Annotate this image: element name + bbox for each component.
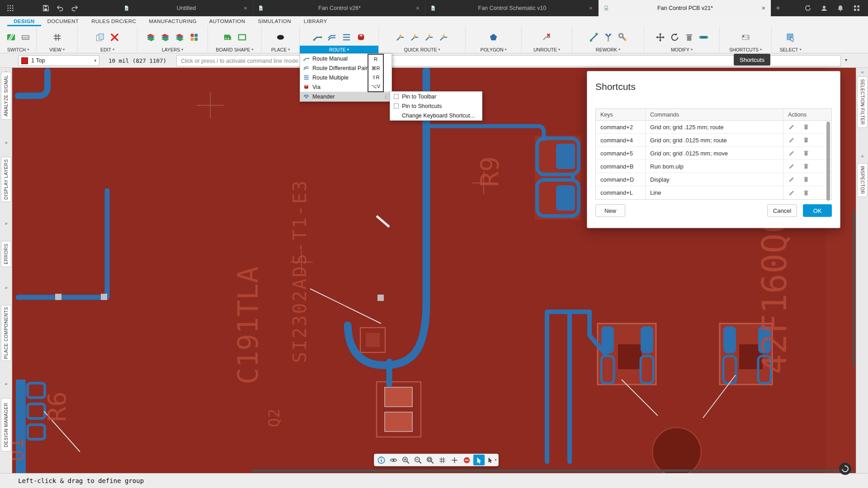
checkbox[interactable] bbox=[394, 103, 399, 108]
align-icon[interactable] bbox=[698, 31, 709, 43]
move-icon[interactable] bbox=[654, 31, 666, 43]
rework-menu-button[interactable]: REWORK▾ bbox=[572, 46, 644, 53]
panel-tab-display-layers[interactable]: DISPLAY LAYERS bbox=[1, 157, 11, 202]
via-icon[interactable] bbox=[355, 31, 367, 43]
ok-button[interactable]: OK bbox=[803, 204, 832, 217]
rework-line-icon[interactable] bbox=[588, 31, 599, 43]
close-icon[interactable]: × bbox=[761, 5, 766, 12]
delete-trash-icon[interactable] bbox=[802, 176, 810, 183]
close-icon[interactable]: × bbox=[415, 5, 420, 12]
panel-tab-design-manager[interactable]: DESIGN MANAGER bbox=[1, 398, 11, 451]
edit-pencil-icon[interactable] bbox=[788, 136, 795, 144]
delete-trash-icon[interactable] bbox=[802, 150, 810, 157]
document-tab[interactable]: Fan Control Schematic v10 × bbox=[425, 0, 599, 16]
panel-expand-icon[interactable]: » bbox=[1, 220, 11, 227]
shortcuts-keyboard-icon[interactable] bbox=[740, 31, 751, 43]
menu-document[interactable]: DOCUMENT bbox=[41, 16, 85, 26]
menu-library[interactable]: LIBRARY bbox=[297, 16, 334, 26]
edit-pencil-icon[interactable] bbox=[788, 123, 795, 131]
quick-route-icon[interactable] bbox=[409, 31, 421, 43]
switch-icon[interactable] bbox=[5, 31, 17, 43]
shortcuts-menu-button[interactable]: SHORTCUTS▾ bbox=[720, 46, 771, 53]
view-menu-button[interactable]: VIEW▾ bbox=[37, 46, 77, 53]
board-shape-menu-button[interactable]: BOARD SHAPE▾ bbox=[208, 46, 261, 53]
menu-simulation[interactable]: SIMULATION bbox=[251, 16, 297, 26]
panel-expand-icon[interactable]: » bbox=[1, 139, 11, 146]
rotate-icon[interactable] bbox=[669, 31, 680, 43]
delete-icon[interactable] bbox=[109, 31, 121, 43]
edit-pencil-icon[interactable] bbox=[788, 163, 795, 170]
menu-rules-drc-erc[interactable]: RULES DRC/ERC bbox=[85, 16, 142, 26]
document-tab-active[interactable]: Fan Control PCB v21* × bbox=[599, 0, 771, 16]
delete-trash-icon[interactable] bbox=[802, 163, 810, 170]
delete-trash-icon[interactable] bbox=[802, 189, 810, 197]
sync-icon[interactable] bbox=[803, 3, 813, 13]
app-grid-icon[interactable] bbox=[5, 3, 15, 13]
undo-icon[interactable] bbox=[55, 3, 65, 13]
unroute-icon[interactable] bbox=[541, 31, 553, 43]
route-differential-icon[interactable] bbox=[326, 31, 338, 43]
polygon-icon[interactable] bbox=[488, 31, 500, 43]
crosshair-icon[interactable] bbox=[449, 455, 460, 465]
menu-design[interactable]: DESIGN bbox=[7, 16, 41, 26]
account-icon[interactable] bbox=[819, 3, 829, 13]
panel-tab-errors[interactable]: ERRORS bbox=[1, 241, 11, 267]
fanout-icon[interactable] bbox=[602, 31, 614, 43]
layers-menu-button[interactable]: LAYERS▾ bbox=[137, 46, 208, 53]
keyboard-icon[interactable] bbox=[19, 31, 31, 43]
quick-route-menu-button[interactable]: QUICK ROUTE▾ bbox=[379, 46, 465, 53]
menu-automation[interactable]: AUTOMATION bbox=[203, 16, 252, 26]
polygon-menu-button[interactable]: POLYGON▾ bbox=[466, 46, 521, 53]
select-icon[interactable] bbox=[785, 31, 797, 43]
document-tab[interactable]: Untitled × bbox=[119, 0, 253, 16]
delete-trash-icon[interactable] bbox=[802, 123, 810, 131]
zoom-out-icon[interactable] bbox=[412, 455, 424, 465]
panel-tab-inspector[interactable]: INSPECTOR bbox=[857, 163, 868, 197]
save-icon[interactable] bbox=[41, 3, 51, 13]
panel-expand-icon[interactable]: » bbox=[1, 380, 11, 387]
place-menu-button[interactable]: PLACE▾ bbox=[262, 46, 299, 53]
grid-icon[interactable] bbox=[51, 31, 63, 43]
document-tab[interactable]: Fan Control v26* × bbox=[253, 0, 425, 16]
grid-settings-icon[interactable] bbox=[437, 455, 448, 465]
more-options-icon[interactable]: ⋮ bbox=[383, 93, 389, 100]
group-select-icon[interactable]: ▾ bbox=[486, 455, 497, 465]
panel-tab-analyze-signal[interactable]: ANALYZE SIGNAL bbox=[1, 72, 11, 120]
panel-expand-icon[interactable]: « bbox=[857, 152, 868, 160]
select-cursor-icon[interactable] bbox=[473, 455, 485, 465]
submenu-item-pin-to-shortcuts[interactable]: Pin to Shortcuts bbox=[390, 101, 482, 111]
route-multiple-icon[interactable] bbox=[340, 31, 352, 43]
visibility-eye-icon[interactable] bbox=[388, 455, 399, 465]
submenu-item-pin-to-toolbar[interactable]: Pin to Toolbar bbox=[390, 92, 482, 101]
submenu-item-change-keyboard-shortcut[interactable]: Change Keyboard Shortcut... bbox=[390, 111, 482, 120]
board-outline-icon[interactable] bbox=[236, 31, 248, 43]
modify-menu-button[interactable]: MODIFY▾ bbox=[644, 46, 719, 53]
new-tab-button[interactable]: + bbox=[771, 0, 785, 16]
edit-menu-button[interactable]: EDIT▾ bbox=[78, 46, 137, 53]
select-menu-button[interactable]: SELECT▾ bbox=[772, 46, 809, 53]
quick-route-icon[interactable] bbox=[424, 31, 435, 43]
wrench-icon[interactable] bbox=[617, 31, 628, 43]
switch-menu-button[interactable]: SWITCH▾ bbox=[0, 46, 36, 53]
info-icon[interactable] bbox=[376, 455, 387, 465]
layer-stack-icon[interactable] bbox=[160, 31, 171, 43]
notifications-bell-icon[interactable] bbox=[835, 3, 845, 13]
edit-pencil-icon[interactable] bbox=[788, 189, 795, 197]
pad-icon[interactable] bbox=[275, 31, 287, 43]
panel-tab-selection-filter[interactable]: SELECTION FILTER bbox=[857, 76, 868, 128]
layer-stack-icon[interactable] bbox=[174, 31, 186, 43]
board-shape-icon[interactable] bbox=[222, 31, 233, 43]
zoom-fit-icon[interactable] bbox=[425, 455, 436, 465]
navigation-orbit-icon[interactable] bbox=[839, 463, 851, 475]
menu-item-meander[interactable]: Meander ⋮ bbox=[300, 92, 392, 101]
layer-stack-icon[interactable] bbox=[145, 31, 157, 43]
layer-select-dropdown[interactable]: 1 Top ▾ bbox=[18, 55, 99, 66]
edit-pencil-icon[interactable] bbox=[788, 176, 795, 183]
edit-pencil-icon[interactable] bbox=[788, 150, 795, 157]
route-menu-button[interactable]: ROUTE▾ bbox=[300, 46, 378, 53]
panel-expand-icon[interactable]: « bbox=[857, 68, 868, 75]
checkbox[interactable] bbox=[394, 94, 399, 99]
copy-icon[interactable] bbox=[94, 31, 106, 43]
menu-manufacturing[interactable]: MANUFACTURING bbox=[142, 16, 203, 26]
new-button[interactable]: New bbox=[595, 204, 625, 217]
